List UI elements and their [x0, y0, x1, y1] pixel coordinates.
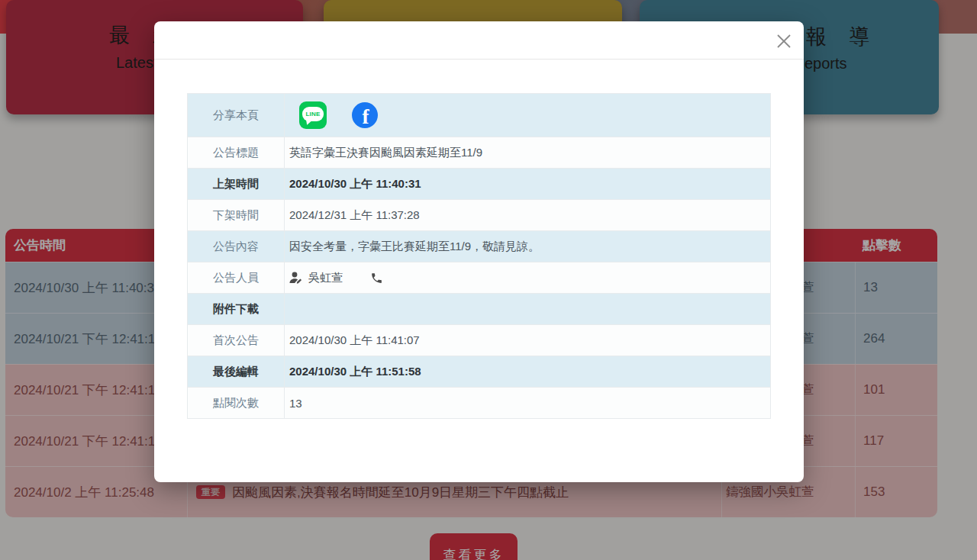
- detail-row: 分享本頁LINEf: [188, 94, 770, 137]
- detail-value: 英語字彙王決賽因颱風因素延期至11/9: [284, 137, 770, 168]
- detail-label: 分享本頁: [188, 94, 284, 137]
- detail-row: 上架時間2024/10/30 上午 11:40:31: [188, 168, 770, 199]
- detail-label: 點閱次數: [188, 388, 284, 418]
- detail-row: 附件下載: [188, 293, 770, 324]
- person-name: 吳虹萱: [308, 271, 343, 285]
- detail-value: 13: [284, 388, 770, 418]
- detail-label: 公告標題: [188, 137, 284, 168]
- detail-label: 首次公告: [188, 325, 284, 356]
- detail-label: 最後編輯: [188, 356, 284, 387]
- detail-value: 因安全考量，字彙王比賽延期至11/9，敬請見諒。: [284, 231, 770, 262]
- person-edit-icon: [289, 272, 303, 284]
- detail-label: 公告人員: [188, 262, 284, 293]
- detail-row: 首次公告2024/10/30 上午 11:41:07: [188, 324, 770, 356]
- close-icon[interactable]: [774, 31, 794, 51]
- detail-value: [284, 294, 770, 324]
- detail-label: 上架時間: [188, 169, 284, 199]
- detail-row: 公告內容因安全考量，字彙王比賽延期至11/9，敬請見諒。: [188, 230, 770, 262]
- modal-header: [154, 21, 804, 60]
- detail-label: 公告內容: [188, 231, 284, 262]
- line-share-icon[interactable]: LINE: [299, 101, 327, 129]
- phone-icon[interactable]: [370, 272, 383, 285]
- detail-row: 下架時間2024/12/31 上午 11:37:28: [188, 199, 770, 230]
- detail-value: 2024/12/31 上午 11:37:28: [284, 200, 770, 230]
- detail-row: 點閱次數13: [188, 387, 770, 418]
- line-bubble-tail: [305, 119, 311, 126]
- facebook-f: f: [363, 105, 369, 128]
- detail-value: LINEf: [284, 94, 770, 137]
- detail-row: 最後編輯2024/10/30 上午 11:51:58: [188, 356, 770, 387]
- detail-value: 2024/10/30 上午 11:41:07: [284, 325, 770, 356]
- detail-label: 附件下載: [188, 294, 284, 324]
- page: 最 新 Latest 報 導 eports 公告時間 點擊數 2024/10/3…: [0, 0, 977, 560]
- facebook-share-icon[interactable]: f: [352, 102, 378, 128]
- detail-value: 吳虹萱: [284, 262, 770, 293]
- detail-value: 2024/10/30 上午 11:51:58: [284, 356, 770, 387]
- detail-row: 公告標題英語字彙王決賽因颱風因素延期至11/9: [188, 137, 770, 168]
- detail-table: 分享本頁LINEf公告標題英語字彙王決賽因颱風因素延期至11/9上架時間2024…: [187, 93, 771, 419]
- detail-label: 下架時間: [188, 200, 284, 230]
- detail-row: 公告人員吳虹萱: [188, 262, 770, 293]
- announcement-detail-modal: 分享本頁LINEf公告標題英語字彙王決賽因颱風因素延期至11/9上架時間2024…: [154, 21, 804, 482]
- detail-value: 2024/10/30 上午 11:40:31: [284, 169, 770, 199]
